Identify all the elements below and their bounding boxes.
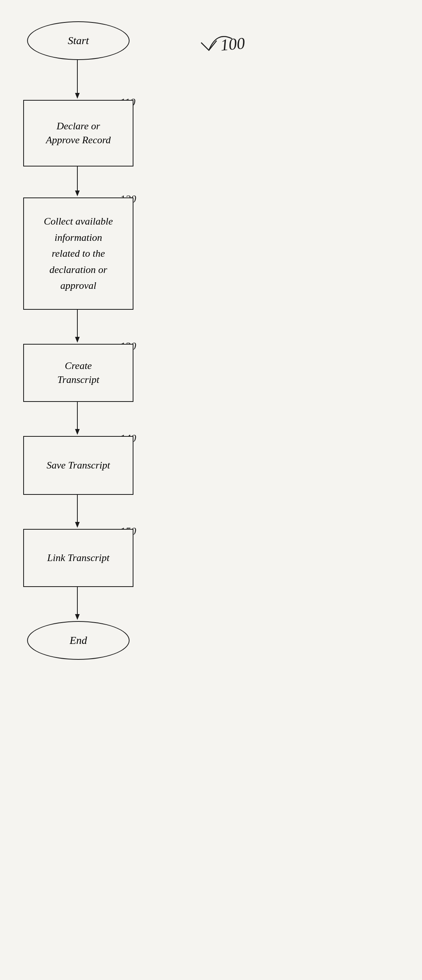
svg-marker-5	[75, 337, 80, 343]
step-130-label: Create Transcript	[57, 359, 99, 387]
svg-marker-7	[75, 429, 80, 435]
step-120-node: Collect available information related to…	[23, 197, 133, 310]
step-140-node: Save Transcript	[23, 436, 133, 495]
ref-100-arrow	[197, 27, 244, 58]
step-120-label: Collect available information related to…	[44, 213, 113, 294]
svg-marker-9	[75, 522, 80, 528]
svg-marker-3	[75, 191, 80, 196]
step-130-node: Create Transcript	[23, 344, 133, 402]
svg-marker-11	[75, 614, 80, 620]
step-110-label: Declare or Approve Record	[46, 119, 111, 148]
step-150-node: Link Transcript	[23, 529, 133, 587]
step-150-label: Link Transcript	[47, 551, 109, 565]
flowchart-diagram: Start 100 110 Declare or Approve Record …	[0, 0, 422, 980]
step-110-node: Declare or Approve Record	[23, 100, 133, 166]
end-label: End	[70, 634, 87, 647]
start-node: Start	[27, 21, 130, 60]
step-140-label: Save Transcript	[47, 458, 110, 472]
start-label: Start	[68, 34, 89, 47]
end-node: End	[27, 621, 130, 660]
svg-marker-1	[75, 93, 80, 99]
